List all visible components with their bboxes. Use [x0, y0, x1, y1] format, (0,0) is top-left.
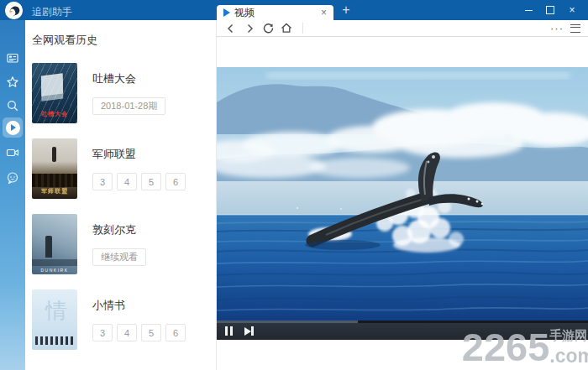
episode-button[interactable]: 5 [141, 324, 161, 341]
sidebar-item-feedback[interactable] [0, 168, 25, 188]
history-item-junshi[interactable]: 军师联盟 军师联盟 3 4 5 6 [32, 138, 210, 199]
episode-button[interactable]: 6 [165, 173, 186, 190]
episode-button[interactable]: 6 [165, 324, 186, 341]
more-button[interactable]: ··· [548, 21, 566, 36]
poster-figures-art [35, 336, 74, 345]
home-icon [281, 23, 292, 34]
poster-caption: DUNKIRK [32, 268, 77, 273]
poster-city-art [32, 174, 77, 187]
camera-icon [6, 146, 19, 159]
poster-tucao[interactable]: 吐槽大会 [32, 63, 77, 123]
maximize-button[interactable] [539, 0, 561, 20]
history-title: 军师联盟 [92, 147, 186, 162]
video-frame[interactable] [217, 67, 588, 320]
minimize-icon [525, 10, 533, 11]
star-icon [6, 76, 19, 89]
new-tab-button[interactable]: + [339, 3, 354, 18]
episode-button[interactable]: 3 [92, 173, 113, 190]
more-icon: ··· [550, 24, 564, 33]
sidebar-item-video[interactable] [0, 143, 25, 163]
whale-video-still [217, 67, 588, 320]
history-item-xiaoqingshu[interactable]: 情 小情书 3 4 5 6 [32, 289, 210, 350]
poster-figure-art [52, 147, 56, 162]
minimize-button[interactable] [517, 0, 539, 20]
tab-close-icon[interactable]: × [321, 8, 327, 18]
close-icon: × [569, 5, 575, 15]
search-icon [6, 99, 19, 112]
progress-played [217, 320, 358, 323]
progress-track[interactable] [217, 320, 588, 323]
pause-button[interactable] [225, 326, 233, 336]
history-title: 吐槽大会 [92, 71, 165, 86]
poster-junshi[interactable]: 军师联盟 [32, 138, 77, 199]
browser-tab-video[interactable]: 视频 × [217, 5, 333, 20]
menu-button[interactable] [566, 21, 585, 36]
chat-icon [6, 171, 19, 185]
history-title: 敦刻尔克 [92, 222, 146, 237]
poster-xiaoqingshu[interactable]: 情 [32, 289, 77, 350]
forward-icon [244, 23, 255, 34]
app-logo-icon [5, 2, 23, 19]
poster-soldier-art [45, 236, 52, 258]
episode-button[interactable]: 3 [92, 324, 113, 341]
episode-button[interactable]: 5 [141, 173, 161, 190]
poster-dunkirk[interactable]: DUNKIRK [32, 214, 77, 274]
menu-icon [570, 24, 580, 33]
card-icon [6, 51, 19, 65]
poster-caption: 吐槽大会 [32, 110, 77, 118]
episode-button[interactable]: 2018-01-28期 [92, 97, 165, 115]
play-icon [6, 121, 20, 135]
left-rail [0, 20, 25, 370]
sidebar-item-favorites[interactable] [0, 72, 25, 92]
sidebar-item-library[interactable] [0, 48, 25, 68]
tab-play-icon [223, 8, 230, 17]
history-item-dunkirk[interactable]: DUNKIRK 敦刻尔克 继续观看 [32, 214, 210, 274]
poster-ground-art [32, 259, 77, 266]
back-button[interactable] [222, 21, 240, 36]
next-button[interactable] [244, 327, 251, 336]
episode-button[interactable]: 4 [117, 324, 137, 341]
poster-caption: 情 [45, 296, 67, 326]
refresh-button[interactable] [259, 21, 277, 36]
poster-caption: 军师联盟 [32, 187, 77, 195]
continue-watching-button[interactable]: 继续观看 [92, 248, 146, 266]
window-controls: × [517, 0, 583, 20]
app-title: 追剧助手 [32, 5, 72, 19]
sidebar-item-player-active[interactable] [3, 117, 23, 138]
history-panel: 全网观看历史 吐槽大会 吐槽大会 2018-01-28期 军师联盟 军师联盟 3… [25, 20, 217, 370]
forward-button[interactable] [240, 21, 259, 36]
history-header: 全网观看历史 [32, 33, 97, 48]
episode-button[interactable]: 4 [117, 173, 137, 190]
close-button[interactable]: × [561, 0, 583, 20]
sidebar-item-search[interactable] [0, 96, 25, 116]
home-button[interactable] [277, 21, 296, 36]
browser-toolbar: ··· [217, 20, 588, 37]
refresh-icon [263, 23, 274, 34]
tab-label: 视频 [234, 6, 321, 20]
history-title: 小情书 [92, 298, 186, 313]
back-icon [226, 23, 236, 34]
maximize-icon [546, 6, 554, 14]
player-control-bar [217, 320, 588, 340]
toolbar-separator [302, 23, 303, 34]
history-item-tucao[interactable]: 吐槽大会 吐槽大会 2018-01-28期 [32, 63, 210, 123]
browser-page [217, 37, 588, 370]
